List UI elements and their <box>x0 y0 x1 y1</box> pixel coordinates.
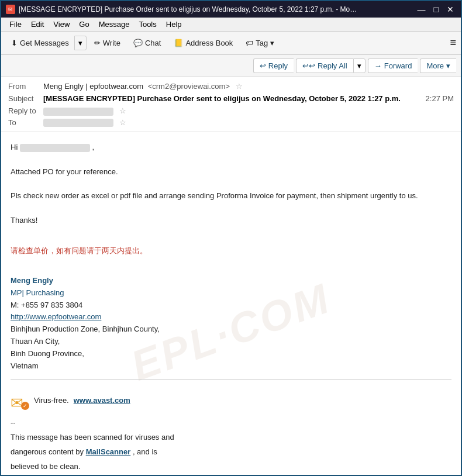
scan-line1: This message has been scanned for viruse… <box>11 432 451 444</box>
address-book-icon: 📒 <box>174 39 183 47</box>
reply-to-row: Reply to ☆ <box>8 105 454 117</box>
scan-line3-text: , and is <box>133 447 157 456</box>
to-blurred <box>43 119 113 127</box>
body-content: Hi , Attached PO for your reference. Pls… <box>11 142 451 473</box>
body-line2: Pls check new order as excel or pdf file… <box>11 190 451 202</box>
sender-addr3: Binh Duong Province, <box>11 348 451 360</box>
address-book-button[interactable]: 📒 Address Book <box>168 36 238 50</box>
forward-button[interactable]: → Forward <box>368 58 418 73</box>
get-messages-dropdown[interactable]: ▾ <box>74 36 87 50</box>
reply-all-button[interactable]: ↩↩ Reply All <box>296 58 353 73</box>
sender-phone: M: +855 97 835 3804 <box>11 299 451 312</box>
reply-all-dropdown[interactable]: ▾ <box>353 58 366 73</box>
from-row: From Meng Engly | epfootwear.com <crm2@p… <box>8 81 454 92</box>
more-dropdown-icon: ▾ <box>446 61 450 70</box>
virus-link[interactable]: www.avast.com <box>74 395 130 407</box>
menu-file[interactable]: File <box>5 19 26 30</box>
sender-addr1: Binhjhun Production Zone, Binhjhun Count… <box>11 323 451 336</box>
main-toolbar: ⬇ Get Messages ▾ ✏ Write 💬 Chat 📒 Addres… <box>1 32 461 55</box>
main-content: EPL·COM Hi , Attached PO for your refere… <box>1 132 461 476</box>
tag-button[interactable]: 🏷 Tag ▾ <box>240 36 280 50</box>
sender-link[interactable]: http://www.epfootwear.com <box>11 312 101 321</box>
menu-message[interactable]: Message <box>94 19 135 30</box>
body-line3: Thanks! <box>11 215 451 227</box>
write-icon: ✏ <box>94 39 101 47</box>
menu-edit[interactable]: Edit <box>26 19 49 30</box>
tag-dropdown-icon: ▾ <box>270 39 274 47</box>
tag-label: Tag <box>256 39 268 47</box>
scan-line2: dangerous content by MailScanner , and i… <box>11 446 451 458</box>
subject-text: [MESSAGE ENCRYPTED] Purchase Order sent … <box>43 94 426 103</box>
more-button[interactable]: More ▾ <box>420 58 456 73</box>
reply-all-group: ↩↩ Reply All ▾ <box>296 58 366 73</box>
hamburger-menu-button[interactable]: ≡ <box>450 37 456 49</box>
get-messages-label: Get Messages <box>20 39 69 47</box>
comma: , <box>92 143 95 151</box>
get-messages-button[interactable]: ⬇ Get Messages <box>6 36 74 50</box>
sender-title: MP| Purchasing <box>11 287 451 299</box>
menu-bar: File Edit View Go Message Tools Help <box>1 18 461 32</box>
reply-button[interactable]: ↩ Reply <box>253 58 294 73</box>
maximize-button[interactable]: □ <box>432 5 441 14</box>
chat-button[interactable]: 💬 Chat <box>128 36 166 50</box>
subject-row: Subject [MESSAGE ENCRYPTED] Purchase Ord… <box>8 92 454 105</box>
address-book-label: Address Book <box>185 39 233 47</box>
forward-icon: → <box>374 61 382 70</box>
recipient-blurred <box>20 144 90 152</box>
greeting-line: Hi , <box>11 142 451 154</box>
get-messages-icon: ⬇ <box>11 39 18 47</box>
menu-help[interactable]: Help <box>161 19 187 30</box>
chinese-text: 请检查单价，如有问题请于两天内提出。 <box>11 245 451 257</box>
subject-label: Subject <box>8 94 43 103</box>
to-label: To <box>8 118 43 127</box>
body-line1: Attached PO for your reference. <box>11 166 451 178</box>
title-bar: ✉ [MESSAGE ENCRYPTED] Purchase Order sen… <box>1 1 461 18</box>
scan-line4: believed to be clean. <box>11 461 451 473</box>
greeting-text: Hi <box>11 143 18 151</box>
close-button[interactable]: ✕ <box>444 5 456 14</box>
more-group: More ▾ <box>420 58 456 73</box>
reply-to-star-icon[interactable]: ☆ <box>119 106 126 115</box>
dash-dash: -- <box>11 417 451 429</box>
reply-to-label: Reply to <box>8 106 43 115</box>
reply-icon: ↩ <box>260 61 266 70</box>
window-controls: — □ ✕ <box>415 5 456 14</box>
from-email: <crm2@proviewai.com> <box>148 82 230 91</box>
mailscanner-link[interactable]: MailScanner <box>86 447 131 456</box>
menu-view[interactable]: View <box>49 19 74 30</box>
from-star-icon[interactable]: ☆ <box>236 82 243 91</box>
divider <box>11 379 451 380</box>
sender-name: Meng Engly <box>11 275 451 287</box>
tag-icon: 🏷 <box>246 39 253 47</box>
check-badge-icon: ✓ <box>21 402 29 410</box>
reply-group: ↩ Reply <box>253 58 294 73</box>
menu-go[interactable]: Go <box>74 19 94 30</box>
from-value: Meng Engly | epfootwear.com <crm2@provie… <box>43 82 454 91</box>
forward-group: → Forward <box>368 58 418 73</box>
forward-label: Forward <box>384 61 412 70</box>
sender-addr2: Thuan An City, <box>11 336 451 348</box>
chat-icon: 💬 <box>133 39 143 47</box>
virus-scan: ✉ ✓ Virus-free. www.avast.com <box>11 387 451 415</box>
from-name: Meng Engly | epfootwear.com <box>43 82 143 91</box>
minimize-button[interactable]: — <box>415 5 428 14</box>
to-star-icon[interactable]: ☆ <box>119 118 126 127</box>
menu-tools[interactable]: Tools <box>134 19 161 30</box>
email-body: EPL·COM Hi , Attached PO for your refere… <box>1 132 461 476</box>
email-header: From Meng Engly | epfootwear.com <crm2@p… <box>1 77 461 132</box>
to-row: To ☆ <box>8 117 454 129</box>
get-messages-group: ⬇ Get Messages ▾ <box>6 36 87 50</box>
virus-icon-wrap: ✉ ✓ <box>11 391 29 410</box>
window-title: [MESSAGE ENCRYPTED] Purchase Order sent … <box>19 5 358 13</box>
reply-label: Reply <box>268 61 288 70</box>
reply-to-value: ☆ <box>43 106 454 116</box>
reply-all-label: Reply All <box>318 61 347 70</box>
email-time: 2:27 PM <box>426 94 454 103</box>
reply-all-icon: ↩↩ <box>302 61 315 70</box>
app-icon: ✉ <box>6 5 15 14</box>
write-button[interactable]: ✏ Write <box>89 36 126 50</box>
virus-text: Virus-free. <box>34 395 69 407</box>
action-bar: ↩ Reply ↩↩ Reply All ▾ → Forward More ▾ <box>1 55 461 77</box>
to-value: ☆ <box>43 118 454 127</box>
chat-label: Chat <box>145 39 161 47</box>
